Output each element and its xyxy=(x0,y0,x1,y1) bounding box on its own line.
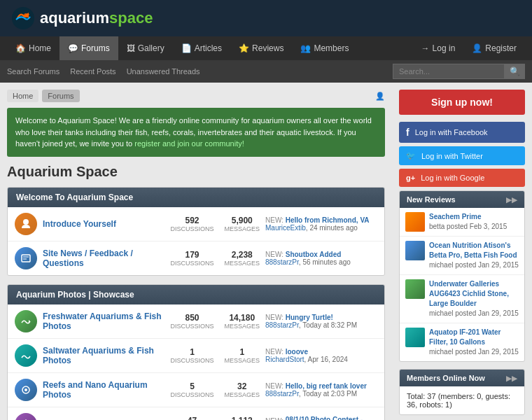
forum-info-sitenews: Site News / Feedback / Questions xyxy=(43,248,164,268)
logo[interactable]: aquariumspace xyxy=(10,6,153,31)
nav-home[interactable]: 🏠 Home xyxy=(7,36,59,60)
new-title-reefs[interactable]: Hello, big reef tank lover xyxy=(286,382,367,390)
new-title-saltwater[interactable]: looove xyxy=(286,348,308,356)
site-header: aquariumspace xyxy=(0,0,532,36)
review-title-0[interactable]: Seachem Prime xyxy=(429,212,507,222)
new-reviews-title: New Reviews xyxy=(407,195,456,204)
svg-point-2 xyxy=(23,219,29,225)
search-button[interactable]: 🔍 xyxy=(505,64,525,79)
members-online-title: Members Online Now xyxy=(407,374,485,382)
review-title-1[interactable]: Ocean Nutrition Atison's Betta Pro, Bett… xyxy=(429,241,519,260)
forum-name-introduce[interactable]: Introduce Yourself xyxy=(43,219,164,229)
forum-name-freshwater[interactable]: Freshwater Aquariums & Fish Photos xyxy=(43,312,164,331)
main-nav: 🏠 Home 💬 Forums 🖼 Gallery 📄 Articles ⭐ R… xyxy=(0,36,532,60)
new-reviews-header: New Reviews ▶▶ xyxy=(400,191,524,208)
review-meta-3: michael posted Jan 29, 2015 xyxy=(429,347,519,357)
nav-forums[interactable]: 💬 Forums xyxy=(59,36,118,60)
new-reviews-arrow: ▶▶ xyxy=(506,196,517,204)
breadcrumb-forums[interactable]: Forums xyxy=(42,90,79,102)
forum-icon-introduce xyxy=(15,213,37,235)
forum-name-sitenews[interactable]: Site News / Feedback / Questions xyxy=(43,248,164,268)
welcome-section-header: Welcome To Aquarium Space xyxy=(8,188,384,207)
twitter-icon: 🐦 xyxy=(406,151,416,160)
logo-icon xyxy=(10,6,36,31)
review-item-0: Seachem Prime betta posted Feb 3, 2015 xyxy=(400,208,524,237)
svg-point-7 xyxy=(24,388,27,391)
nav-left: 🏠 Home 💬 Forums 🖼 Gallery 📄 Articles ⭐ R… xyxy=(7,36,357,60)
forum-row-photocontest: Photo Contest 47 DISCUSSIONS 1,112 MESSA… xyxy=(8,407,384,421)
review-thumb-1 xyxy=(405,241,425,260)
forum-icon-reefs xyxy=(15,379,37,401)
nav-members[interactable]: 👥 Members xyxy=(292,36,357,60)
facebook-icon: f xyxy=(406,127,410,138)
forum-new-saltwater: NEW: looove RichardStort, Apr 16, 2024 xyxy=(265,348,377,363)
register-link[interactable]: register and join our community! xyxy=(134,139,244,148)
google-icon: g+ xyxy=(406,174,415,182)
review-meta-1: michael posted Jan 29, 2015 xyxy=(429,260,519,270)
forum-icon-sitenews xyxy=(15,247,37,270)
review-item-2: Underwater Galleries AUG6423 Cichlid Sto… xyxy=(400,275,524,323)
breadcrumb-home[interactable]: Home xyxy=(7,90,38,102)
nav-gallery[interactable]: 🖼 Gallery xyxy=(118,36,173,60)
logo-aquarium: aquarium xyxy=(40,9,109,27)
forum-info-introduce: Introduce Yourself xyxy=(43,219,164,229)
breadcrumb: Home Forums 👤 xyxy=(7,90,385,102)
review-thumb-3 xyxy=(405,328,425,347)
new-user-saltwater[interactable]: RichardStort xyxy=(265,356,304,363)
sub-nav-links: Search Forums Recent Posts Unanswered Th… xyxy=(7,67,200,76)
nav-articles[interactable]: 📄 Articles xyxy=(173,36,230,60)
forum-icon-photocontest xyxy=(15,413,37,421)
forum-stats-introduce: 592 DISCUSSIONS 5,900 MESSAGES xyxy=(170,216,260,232)
recent-posts-link[interactable]: Recent Posts xyxy=(70,67,115,76)
nav-register[interactable]: 👤 Register xyxy=(463,36,525,60)
forum-new-reefs: NEW: Hello, big reef tank lover 888starz… xyxy=(265,382,377,398)
forum-icon-saltwater xyxy=(15,344,37,367)
forum-stats-sitenews: 179 DISCUSSIONS 2,238 MESSAGES xyxy=(170,250,260,267)
new-user-freshwater[interactable]: 888starzPr xyxy=(265,321,299,329)
forum-name-reefs[interactable]: Reefs and Nano Aquarium Photos xyxy=(43,380,164,400)
stat-messages-introduce: 5,900 MESSAGES xyxy=(224,216,260,232)
members-online-total: Total: 37 (members: 0, guests: 36, robot… xyxy=(400,386,524,414)
search-input[interactable] xyxy=(393,64,505,79)
review-item-3: Aquatop IF-201 Water Filter, 10 Gallons … xyxy=(400,323,524,361)
main-content: Home Forums 👤 Welcome to Aquarium Space!… xyxy=(0,83,392,420)
review-thumb-0 xyxy=(405,212,425,232)
signup-button[interactable]: Sign up now! xyxy=(399,90,525,115)
unanswered-threads-link[interactable]: Unanswered Threads xyxy=(127,67,200,76)
logo-space: space xyxy=(109,9,153,27)
forum-name-saltwater[interactable]: Saltwater Aquariums & Fish Photos xyxy=(43,346,164,365)
forum-icon-freshwater xyxy=(15,310,37,332)
sidebar: Sign up now! f Log in with Facebook 🐦 Lo… xyxy=(392,83,532,420)
google-login-button[interactable]: g+ Log in with Google xyxy=(399,169,525,187)
user-icon-area[interactable]: 👤 xyxy=(375,92,385,101)
review-title-2[interactable]: Underwater Galleries AUG6423 Cichlid Sto… xyxy=(429,279,519,309)
forum-new-introduce: NEW: Hello from Richmond, VA MauriceExti… xyxy=(265,216,377,232)
forum-row-saltwater: Saltwater Aquariums & Fish Photos 1 DISC… xyxy=(8,339,384,373)
forum-info-saltwater: Saltwater Aquariums & Fish Photos xyxy=(43,346,164,365)
twitter-login-button[interactable]: 🐦 Log in with Twitter xyxy=(399,146,525,165)
new-user-reefs[interactable]: 888starzPr xyxy=(265,390,299,398)
forum-row-introduce: Introduce Yourself 592 DISCUSSIONS 5,900… xyxy=(8,207,384,241)
review-title-3[interactable]: Aquatop IF-201 Water Filter, 10 Gallons xyxy=(429,328,519,347)
new-reviews-section: New Reviews ▶▶ Seachem Prime betta poste… xyxy=(399,190,525,362)
forum-new-photocontest: NEW: 08/1/10 Photo Contest - Winn... 888… xyxy=(265,416,377,421)
forum-info-freshwater: Freshwater Aquariums & Fish Photos xyxy=(43,312,164,331)
photos-section-header: Aquarium Photos | Showcase xyxy=(8,285,384,304)
new-user-sitenews[interactable]: 888starzPr xyxy=(265,258,299,266)
forum-stats-saltwater: 1 DISCUSSIONS 1 MESSAGES xyxy=(170,347,260,364)
new-title-sitenews[interactable]: Shoutbox Added xyxy=(286,251,342,258)
forum-stats-freshwater: 850 DISCUSSIONS 14,180 MESSAGES xyxy=(170,313,260,330)
nav-login[interactable]: → Log in xyxy=(413,36,464,60)
members-online-header: Members Online Now ▶▶ xyxy=(400,370,524,386)
forum-stats-photocontest: 47 DISCUSSIONS 1,112 MESSAGES xyxy=(170,416,260,421)
new-title-freshwater[interactable]: Hungry Turtle! xyxy=(286,314,333,321)
new-title-introduce[interactable]: Hello from Richmond, VA xyxy=(286,216,370,224)
stat-discussions-introduce: 592 DISCUSSIONS xyxy=(170,216,214,232)
search-forums-link[interactable]: Search Forums xyxy=(7,67,59,76)
nav-reviews[interactable]: ⭐ Reviews xyxy=(230,36,292,60)
forum-new-freshwater: NEW: Hungry Turtle! 888starzPr, Today at… xyxy=(265,314,377,329)
new-title-photocontest[interactable]: 08/1/10 Photo Contest - Winn... xyxy=(286,416,377,421)
members-online-arrow: ▶▶ xyxy=(506,374,517,382)
facebook-login-button[interactable]: f Log in with Facebook xyxy=(399,122,525,143)
new-user-introduce[interactable]: MauriceExtib xyxy=(265,224,306,232)
